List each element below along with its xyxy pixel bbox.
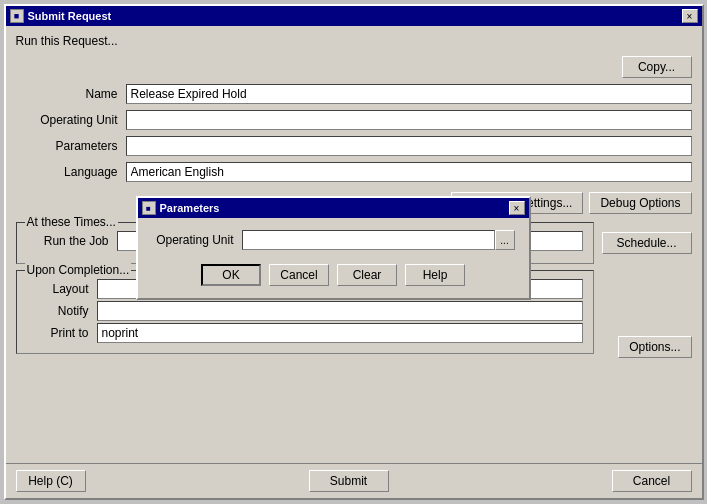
print-to-input[interactable] bbox=[97, 323, 583, 343]
modal-title-left: ■ Parameters bbox=[142, 201, 220, 215]
modal-ok-button[interactable]: OK bbox=[201, 264, 261, 286]
modal-title-text: Parameters bbox=[160, 202, 220, 214]
schedule-button[interactable]: Schedule... bbox=[602, 232, 692, 254]
modal-clear-button[interactable]: Clear bbox=[337, 264, 397, 286]
language-row: Language bbox=[16, 162, 692, 182]
modal-browse-button[interactable]: ... bbox=[495, 230, 515, 250]
parameters-label: Parameters bbox=[16, 139, 126, 153]
notify-row: Notify bbox=[27, 301, 583, 321]
modal-btn-row: OK Cancel Clear Help bbox=[152, 264, 515, 286]
title-bar-left: ■ Submit Request bbox=[10, 9, 112, 23]
run-this-label: Run this Request... bbox=[16, 34, 692, 48]
print-to-row: Print to bbox=[27, 323, 583, 343]
operating-unit-input[interactable] bbox=[126, 110, 692, 130]
modal-operating-unit-row: Operating Unit ... bbox=[152, 230, 515, 250]
modal-help-button[interactable]: Help bbox=[405, 264, 465, 286]
name-label: Name bbox=[16, 87, 126, 101]
cancel-button[interactable]: Cancel bbox=[612, 470, 692, 492]
modal-window-icon: ■ bbox=[142, 201, 156, 215]
options-button[interactable]: Options... bbox=[618, 336, 691, 358]
submit-button[interactable]: Submit bbox=[309, 470, 389, 492]
name-input[interactable] bbox=[126, 84, 692, 104]
modal-cancel-button[interactable]: Cancel bbox=[269, 264, 329, 286]
parameters-row: Parameters bbox=[16, 136, 692, 156]
at-times-label: At these Times... bbox=[25, 215, 118, 229]
name-row: Name bbox=[16, 84, 692, 104]
language-label: Language bbox=[16, 165, 126, 179]
debug-options-button[interactable]: Debug Options bbox=[589, 192, 691, 214]
notify-label: Notify bbox=[27, 304, 97, 318]
help-button[interactable]: Help (C) bbox=[16, 470, 86, 492]
right-col: Schedule... Options... bbox=[602, 222, 692, 358]
upon-completion-label: Upon Completion... bbox=[25, 263, 132, 277]
parameters-modal: ■ Parameters × Operating Unit ... OK Can… bbox=[136, 196, 531, 300]
notify-input[interactable] bbox=[97, 301, 583, 321]
operating-unit-row: Operating Unit bbox=[16, 110, 692, 130]
modal-input-wrapper: ... bbox=[242, 230, 515, 250]
parameters-input[interactable] bbox=[126, 136, 692, 156]
modal-close-button[interactable]: × bbox=[509, 201, 525, 215]
layout-label: Layout bbox=[27, 282, 97, 296]
run-job-label: Run the Job bbox=[27, 234, 117, 248]
operating-unit-label: Operating Unit bbox=[16, 113, 126, 127]
modal-operating-unit-input[interactable] bbox=[242, 230, 495, 250]
modal-content: Operating Unit ... OK Cancel Clear Help bbox=[138, 218, 529, 298]
main-window: ■ Submit Request × Run this Request... C… bbox=[4, 4, 704, 500]
window-icon: ■ bbox=[10, 9, 24, 23]
modal-title-bar: ■ Parameters × bbox=[138, 198, 529, 218]
window-title: Submit Request bbox=[28, 10, 112, 22]
language-input[interactable] bbox=[126, 162, 692, 182]
copy-row: Copy... bbox=[16, 56, 692, 78]
modal-operating-unit-label: Operating Unit bbox=[152, 233, 242, 247]
close-button[interactable]: × bbox=[682, 9, 698, 23]
title-bar: ■ Submit Request × bbox=[6, 6, 702, 26]
bottom-row: Help (C) Submit Cancel bbox=[6, 463, 702, 498]
copy-button[interactable]: Copy... bbox=[622, 56, 692, 78]
print-to-label: Print to bbox=[27, 326, 97, 340]
